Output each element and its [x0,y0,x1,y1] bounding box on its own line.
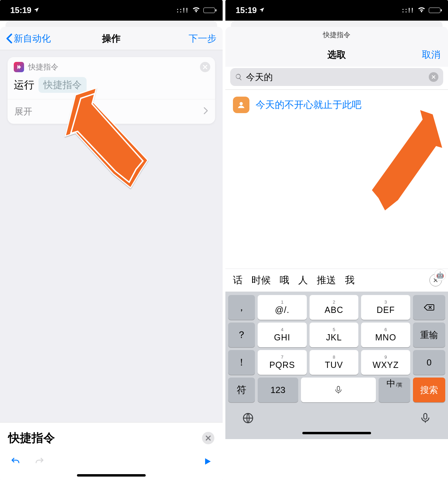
microphone-icon [334,385,343,395]
candidate-item[interactable]: 人 [298,274,308,287]
search-text[interactable]: 快捷指令 [8,430,55,446]
key-2[interactable]: 2ABC [310,295,359,320]
picker-nav: 选取 取消 [225,43,448,67]
ime-candidate-row: 话 时候 哦 人 推送 我 [225,269,448,292]
search-field[interactable]: 今天的 [230,68,443,86]
status-time: 15:19 [236,6,257,15]
location-icon [259,6,265,15]
search-icon [235,73,243,81]
key-comma[interactable]: ， [228,295,255,320]
redo-button[interactable] [34,456,45,468]
svg-point-0 [239,102,243,105]
phone-right: 15:19 ::!! 快捷指令 选取 取消 今天的 今天的不开心 [225,0,448,480]
microphone-icon[interactable] [419,412,432,426]
candidate-item[interactable]: 话 [233,274,243,287]
shortcut-param-pill[interactable]: 快捷指令 [38,77,87,93]
phone-left: 15:19 ::!! 新自动化 操作 下一步 快捷指令 [0,0,223,480]
run-button[interactable] [203,457,212,468]
key-ime-switch[interactable]: 中/英 [379,378,410,402]
content-area: 快捷指令 运行 快捷指令 展开 [0,50,223,480]
svg-rect-3 [424,414,427,419]
status-bar: 15:19 ::!! [225,0,448,21]
status-bar: 15:19 ::!! [0,0,223,21]
shortcuts-app-icon [14,62,24,72]
undo-button[interactable] [10,456,21,468]
expand-label: 展开 [14,106,32,118]
clear-search-button[interactable] [202,432,214,444]
shortcut-result-icon [233,97,249,113]
key-8[interactable]: 8TUV [310,350,359,375]
home-indicator [77,474,146,477]
key-space[interactable] [301,378,376,402]
action-search-panel: 快捷指令 [0,422,223,480]
chevron-right-icon [203,106,208,117]
app-name-label: 快捷指令 [225,27,448,43]
add-action-button[interactable] [100,133,122,155]
search-input-value[interactable]: 今天的 [246,71,425,83]
location-icon [33,6,40,15]
card-stack-peek [5,21,217,27]
keyboard: ， 1@/. 2ABC 3DEF ？ 4GHI 5JKL 6MNO 重输 ！ 7… [225,292,448,439]
candidate-item[interactable]: 我 [345,274,355,287]
results-area: 今天的不开心就止于此吧 🤖 [225,90,448,269]
wifi-icon [417,5,426,16]
battery-icon [203,8,215,13]
nav-bar: 新自动化 操作 下一步 [0,27,223,50]
candidate-item[interactable]: 时候 [251,274,271,287]
shortcut-result-row[interactable]: 今天的不开心就止于此吧 [225,90,448,120]
key-9[interactable]: 9WXYZ [361,350,410,375]
picker-title: 选取 [225,48,448,61]
run-label: 运行 [14,78,34,92]
battery-icon [429,8,440,13]
key-7[interactable]: 7PQRS [258,350,307,375]
key-3[interactable]: 3DEF [361,295,410,320]
key-4[interactable]: 4GHI [258,323,307,347]
next-button[interactable]: 下一步 [189,32,216,45]
key-retype[interactable]: 重输 [413,323,445,347]
candidate-item[interactable]: 哦 [280,274,289,287]
key-numeric[interactable]: 123 [258,378,298,402]
svg-rect-1 [337,386,340,391]
shortcut-result-label: 今天的不开心就止于此吧 [256,98,361,111]
key-1[interactable]: 1@/. [258,295,307,320]
candidate-item[interactable]: 推送 [317,274,336,287]
action-card[interactable]: 快捷指令 运行 快捷指令 展开 [8,57,215,124]
back-button[interactable]: 新自动化 [6,32,51,45]
key-question[interactable]: ？ [228,323,255,347]
wifi-icon [192,5,201,16]
status-time: 15:19 [10,6,31,15]
key-6[interactable]: 6MNO [361,323,410,347]
home-indicator [302,432,371,434]
back-label: 新自动化 [14,32,51,45]
action-app-label: 快捷指令 [28,62,58,72]
signal-icon: ::!! [177,7,189,14]
signal-icon: ::!! [402,7,414,14]
clear-input-button[interactable] [429,72,438,82]
key-exclaim[interactable]: ！ [228,350,255,375]
card-stack-peek [231,21,443,27]
key-backspace[interactable] [413,295,445,320]
expand-row[interactable]: 展开 [8,99,215,124]
key-symbols[interactable]: 符 [228,378,255,402]
remove-action-button[interactable] [200,62,210,72]
key-5[interactable]: 5JKL [310,323,359,347]
globe-icon[interactable] [242,412,254,426]
key-zero[interactable]: 0 [413,350,445,375]
key-search[interactable]: 搜索 [413,378,445,402]
emoji-badge-icon: 🤖 [434,269,446,281]
